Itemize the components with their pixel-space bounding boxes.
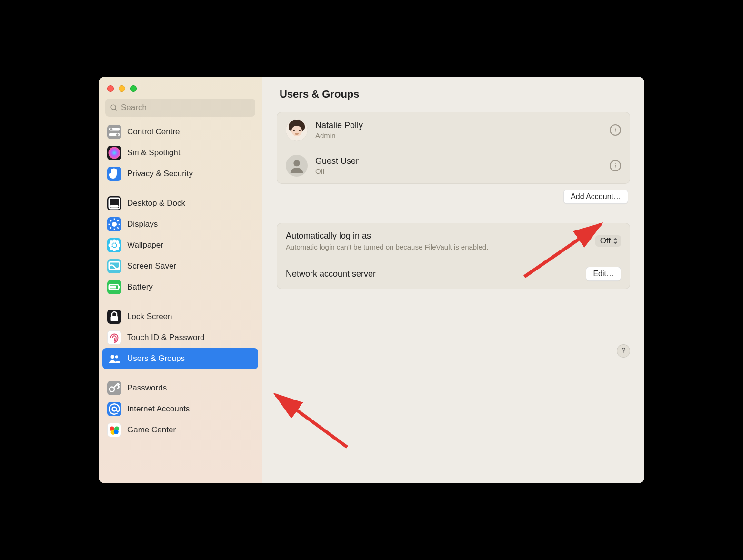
gc-icon (107, 423, 121, 437)
settings-window: Search Control CentreSiri & SpotlightPri… (99, 77, 644, 483)
sidebar-item-passwords[interactable]: Passwords (102, 378, 258, 399)
edit-server-button[interactable]: Edit… (586, 267, 621, 281)
svg-line-16 (117, 220, 119, 221)
sidebar-item-users-groups[interactable]: Users & Groups (102, 348, 258, 369)
svg-point-6 (109, 147, 120, 159)
sidebar: Search Control CentreSiri & SpotlightPri… (99, 77, 262, 483)
sidebar-item-lock-screen[interactable]: Lock Screen (102, 306, 258, 327)
svg-rect-29 (119, 286, 120, 289)
sidebar-item-label: Wallpaper (127, 240, 163, 250)
person-icon (289, 158, 304, 173)
user-name: Natalie Polly (315, 120, 602, 130)
svg-point-4 (110, 128, 112, 130)
svg-point-39 (114, 430, 119, 434)
sidebar-item-label: Screen Saver (127, 261, 176, 271)
sidebar-item-displays[interactable]: Displays (102, 214, 258, 235)
svg-point-24 (116, 240, 120, 244)
sidebar-item-label: Displays (127, 220, 158, 229)
sidebar-item-label: Users & Groups (127, 354, 185, 363)
sidebar-item-battery[interactable]: Battery (102, 277, 258, 298)
svg-point-23 (110, 240, 113, 244)
user-name: Guest User (315, 156, 602, 166)
sidebar-item-privacy-security[interactable]: Privacy & Security (102, 163, 258, 184)
sidebar-item-internet-accounts[interactable]: Internet Accounts (102, 399, 258, 420)
at-icon (107, 402, 121, 416)
sidebar-item-label: Control Centre (127, 127, 180, 137)
add-account-button[interactable]: Add Account… (563, 190, 628, 204)
autologin-value: Off (600, 236, 611, 246)
search-icon (110, 104, 118, 112)
dock-icon (107, 196, 121, 210)
zoom-window-button[interactable] (130, 85, 137, 92)
sidebar-nav: Control CentreSiri & SpotlightPrivacy & … (99, 121, 262, 440)
svg-point-5 (116, 133, 119, 136)
search-input[interactable]: Search (105, 99, 255, 117)
sidebar-item-label: Touch ID & Password (127, 333, 205, 342)
sidebar-item-label: Lock Screen (127, 312, 172, 321)
close-window-button[interactable] (107, 85, 114, 92)
svg-line-14 (110, 220, 111, 221)
search-placeholder: Search (121, 103, 147, 112)
sidebar-item-screen-saver[interactable]: Screen Saver (102, 256, 258, 277)
autologin-row: Automatically log in as Automatic login … (277, 223, 630, 259)
sidebar-item-desktop-dock[interactable]: Desktop & Dock (102, 193, 258, 214)
autologin-sublabel: Automatic login can't be turned on becau… (286, 243, 595, 251)
add-account-row: Add Account… (279, 190, 628, 204)
sidebar-item-label: Desktop & Dock (127, 199, 185, 208)
sun-icon (107, 217, 121, 231)
svg-rect-8 (110, 205, 119, 208)
users-list: Natalie Polly Admin i Guest User Off i (277, 112, 630, 184)
siri-icon (107, 146, 121, 160)
autologin-popup[interactable]: Off (595, 235, 621, 247)
sidebar-item-label: Game Center (127, 425, 176, 435)
minimize-window-button[interactable] (119, 85, 125, 92)
svg-point-25 (110, 247, 113, 250)
window-controls (99, 81, 262, 99)
user-role: Off (315, 167, 602, 175)
finger-icon (107, 330, 121, 345)
svg-line-1 (115, 109, 117, 110)
svg-point-18 (112, 243, 116, 247)
sidebar-item-game-center[interactable]: Game Center (102, 420, 258, 440)
svg-line-17 (110, 227, 111, 229)
user-row-guest[interactable]: Guest User Off i (277, 148, 630, 183)
avatar (286, 119, 308, 141)
setting-text: Network account server (286, 269, 586, 279)
hand-icon (107, 167, 121, 181)
sidebar-item-label: Battery (127, 282, 153, 292)
svg-point-34 (110, 387, 114, 392)
sidebar-item-label: Passwords (127, 383, 167, 393)
help-button[interactable]: ? (617, 344, 630, 358)
user-text: Guest User Off (315, 156, 602, 175)
lock-icon (107, 310, 121, 324)
page-title: Users & Groups (280, 88, 630, 100)
battery-icon (107, 280, 121, 294)
network-server-label: Network account server (286, 269, 586, 279)
sidebar-item-label: Internet Accounts (127, 404, 190, 414)
svg-point-40 (293, 160, 300, 166)
setting-text: Automatically log in as Automatic login … (286, 231, 595, 251)
svg-rect-31 (111, 316, 118, 321)
memoji-icon (286, 119, 308, 141)
flower-icon (107, 238, 121, 252)
main-panel: Users & Groups Natalie Polly Admin i Gue… (262, 77, 644, 483)
user-row-admin[interactable]: Natalie Polly Admin i (277, 112, 630, 148)
svg-point-9 (112, 222, 117, 227)
chevron-up-down-icon (612, 237, 618, 245)
autologin-label: Automatically log in as (286, 231, 595, 241)
info-icon[interactable]: i (610, 124, 621, 136)
sidebar-item-label: Privacy & Security (127, 169, 193, 179)
svg-point-35 (112, 407, 117, 411)
switches-icon (107, 125, 121, 139)
sidebar-item-wallpaper[interactable]: Wallpaper (102, 235, 258, 256)
sidebar-item-touch-id-password[interactable]: Touch ID & Password (102, 327, 258, 348)
svg-line-15 (117, 227, 119, 229)
network-server-row: Network account server Edit… (277, 259, 630, 289)
info-icon[interactable]: i (610, 160, 621, 171)
screen-icon (107, 259, 121, 273)
sidebar-item-siri-spotlight[interactable]: Siri & Spotlight (102, 142, 258, 163)
sidebar-item-control-centre[interactable]: Control Centre (102, 121, 258, 142)
sidebar-item-label: Siri & Spotlight (127, 148, 181, 158)
user-text: Natalie Polly Admin (315, 120, 602, 140)
svg-point-26 (116, 247, 120, 250)
